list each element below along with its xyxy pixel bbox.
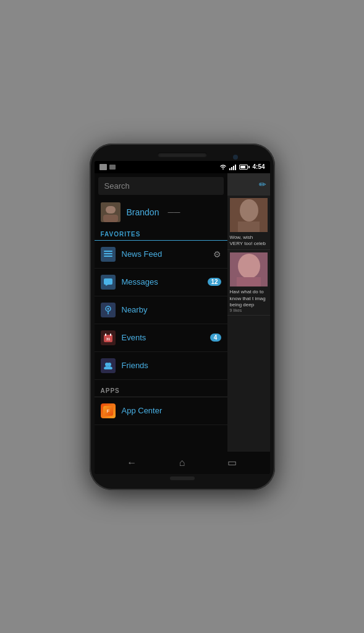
friends-label: Friends (122, 361, 221, 370)
app-center-label: App Center (122, 406, 163, 415)
messages-badge: 12 (208, 278, 221, 286)
status-bar: 4:54 (95, 161, 270, 173)
apps-section-label: APPS (95, 382, 227, 397)
svg-marker-11 (106, 285, 108, 286)
news-feed-label: News Feed (122, 249, 213, 259)
search-placeholder: Search (104, 181, 130, 191)
status-right-icons: 4:54 (219, 163, 265, 170)
drawer: Search Brandon —— FAVORITES (95, 173, 227, 452)
apps-section: APPS (95, 382, 227, 425)
svg-rect-27 (238, 222, 260, 232)
nav-item-friends[interactable]: Friends (95, 352, 227, 380)
recents-button[interactable]: ▭ (222, 454, 242, 472)
avatar (101, 202, 121, 222)
svg-rect-1 (231, 167, 232, 170)
messages-icon (101, 275, 116, 290)
nav-item-app-center[interactable]: F App Center (95, 397, 227, 425)
nearby-icon (101, 303, 116, 317)
phone-home-physical (170, 476, 195, 480)
svg-rect-3 (235, 165, 236, 170)
svg-point-29 (238, 254, 260, 278)
nav-bar-bottom: ← ⌂ ▭ (95, 452, 270, 474)
phone-speaker (158, 152, 207, 157)
signal-icon (229, 164, 237, 170)
news-feed-icon (101, 247, 116, 262)
events-label: Events (122, 333, 210, 342)
search-bar[interactable]: Search (98, 177, 224, 195)
svg-rect-7 (104, 251, 112, 252)
phone-device: 4:54 Search (90, 144, 275, 490)
svg-rect-0 (229, 168, 231, 170)
svg-rect-8 (104, 253, 112, 254)
svg-rect-10 (104, 278, 112, 285)
svg-rect-30 (237, 277, 261, 286)
nav-item-nearby[interactable]: Nearby (95, 296, 227, 324)
svg-rect-9 (104, 256, 112, 257)
feed-preview: Wow, wish VERY too! celeb Havi what do t… (227, 196, 270, 452)
user-row[interactable]: Brandon —— (95, 197, 227, 227)
post-2-text: Havi what do to know that t imag being d… (230, 289, 268, 308)
svg-rect-6 (103, 215, 118, 222)
home-button[interactable]: ⌂ (172, 454, 192, 472)
clock: 4:54 (252, 163, 265, 170)
user-name: Brandon (127, 207, 159, 217)
phone-camera (233, 155, 238, 160)
feed-header: ✏ (227, 173, 270, 196)
feed-post-1[interactable]: Wow, wish VERY too! celeb (227, 196, 270, 251)
svg-rect-2 (233, 166, 234, 170)
app-center-icon: F (101, 403, 116, 418)
nav-item-events[interactable]: 31 Events 4 (95, 324, 227, 352)
svg-text:F: F (106, 408, 109, 414)
back-button[interactable]: ← (122, 454, 142, 472)
friends-icon (101, 358, 116, 373)
post-2-likes: 9 likes (230, 308, 268, 312)
post-1-text: Wow, wish VERY too! celeb (230, 235, 268, 248)
user-name-decoration: —— (167, 209, 180, 215)
svg-text:31: 31 (106, 337, 110, 341)
svg-point-13 (107, 308, 109, 309)
camera-icon (109, 165, 116, 170)
screen: 4:54 Search (95, 161, 270, 474)
edit-icon[interactable]: ✏ (259, 179, 266, 189)
nav-item-news-feed[interactable]: News Feed ⚙ (95, 241, 227, 269)
feed-post-2[interactable]: Havi what do to know that t imag being d… (227, 250, 270, 316)
svg-rect-5 (106, 206, 116, 213)
svg-point-26 (240, 199, 258, 222)
gear-icon[interactable]: ⚙ (213, 249, 221, 259)
main-content: Search Brandon —— FAVORITES (95, 173, 270, 452)
battery-icon (239, 165, 250, 170)
svg-point-20 (108, 363, 111, 366)
nearby-label: Nearby (122, 305, 221, 314)
events-icon: 31 (101, 330, 116, 345)
svg-rect-16 (105, 334, 106, 336)
nav-item-messages[interactable]: Messages 12 (95, 269, 227, 296)
post-2-image (230, 252, 268, 286)
events-badge: 4 (210, 334, 221, 342)
right-panel: ✏ Wow, wish VERY too! celeb (227, 173, 270, 452)
image-icon (99, 164, 107, 170)
wifi-icon (219, 164, 227, 170)
favorites-section-label: FAVORITES (95, 227, 227, 241)
svg-rect-17 (110, 334, 111, 336)
messages-label: Messages (122, 277, 208, 286)
post-1-image (230, 198, 268, 232)
status-left-icons (99, 164, 116, 170)
